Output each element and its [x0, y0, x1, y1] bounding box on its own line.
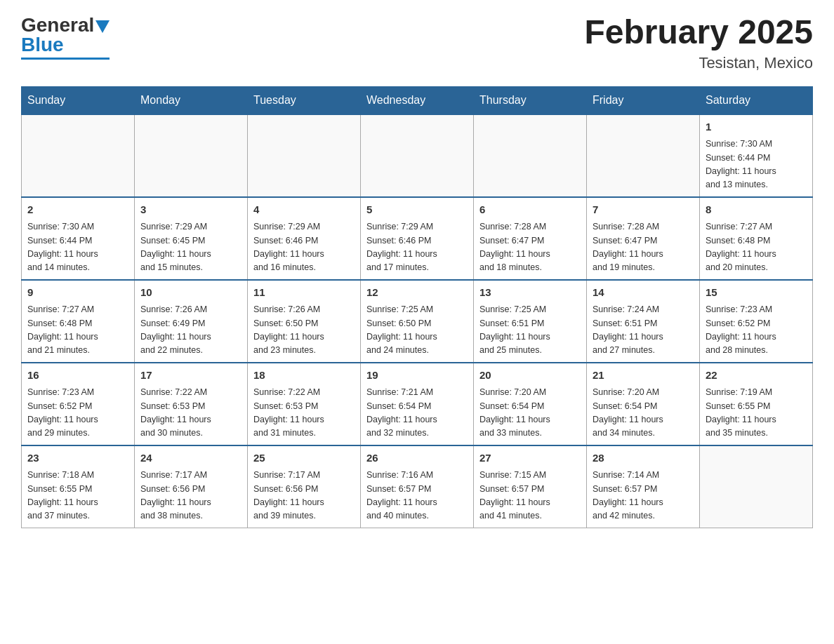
calendar-cell: 19Sunrise: 7:21 AM Sunset: 6:54 PM Dayli… — [361, 363, 474, 445]
calendar-cell: 14Sunrise: 7:24 AM Sunset: 6:51 PM Dayli… — [587, 280, 700, 363]
calendar-cell: 4Sunrise: 7:29 AM Sunset: 6:46 PM Daylig… — [248, 197, 361, 280]
day-number: 3 — [140, 202, 241, 218]
calendar-cell: 21Sunrise: 7:20 AM Sunset: 6:54 PM Dayli… — [587, 363, 700, 445]
calendar-cell — [361, 114, 474, 197]
calendar-header-wednesday: Wednesday — [361, 86, 474, 114]
calendar-cell: 24Sunrise: 7:17 AM Sunset: 6:56 PM Dayli… — [135, 445, 248, 528]
calendar-cell — [700, 445, 813, 528]
day-number: 26 — [366, 450, 468, 467]
day-number: 1 — [706, 119, 807, 135]
day-number: 17 — [140, 368, 241, 384]
calendar-cell: 9Sunrise: 7:27 AM Sunset: 6:48 PM Daylig… — [22, 280, 135, 363]
calendar-cell: 25Sunrise: 7:17 AM Sunset: 6:56 PM Dayli… — [248, 445, 361, 528]
day-number: 14 — [593, 285, 694, 301]
day-number: 12 — [366, 285, 468, 301]
calendar-header-sunday: Sunday — [22, 86, 135, 114]
calendar-header-monday: Monday — [135, 86, 248, 114]
day-number: 22 — [706, 368, 807, 384]
calendar-cell: 17Sunrise: 7:22 AM Sunset: 6:53 PM Dayli… — [135, 363, 248, 445]
day-number: 8 — [706, 202, 807, 218]
day-number: 15 — [706, 285, 807, 301]
calendar-cell: 28Sunrise: 7:14 AM Sunset: 6:57 PM Dayli… — [587, 445, 700, 528]
logo-underline — [21, 58, 110, 60]
day-number: 10 — [140, 285, 241, 301]
day-info: Sunrise: 7:27 AM Sunset: 6:48 PM Dayligh… — [706, 220, 807, 275]
title-section: February 2025 Tesistan, Mexico — [584, 14, 813, 72]
day-number: 13 — [479, 285, 581, 301]
day-info: Sunrise: 7:20 AM Sunset: 6:54 PM Dayligh… — [593, 386, 694, 441]
day-info: Sunrise: 7:30 AM Sunset: 6:44 PM Dayligh… — [27, 220, 128, 275]
day-info: Sunrise: 7:28 AM Sunset: 6:47 PM Dayligh… — [593, 220, 694, 275]
day-info: Sunrise: 7:22 AM Sunset: 6:53 PM Dayligh… — [140, 386, 241, 441]
day-number: 21 — [593, 368, 694, 384]
calendar-cell: 23Sunrise: 7:18 AM Sunset: 6:55 PM Dayli… — [22, 445, 135, 528]
day-info: Sunrise: 7:26 AM Sunset: 6:50 PM Dayligh… — [253, 303, 355, 358]
calendar-header-friday: Friday — [587, 86, 700, 114]
calendar-cell — [135, 114, 248, 197]
day-info: Sunrise: 7:20 AM Sunset: 6:54 PM Dayligh… — [479, 386, 581, 441]
day-info: Sunrise: 7:15 AM Sunset: 6:57 PM Dayligh… — [479, 469, 581, 523]
calendar-week-row: 16Sunrise: 7:23 AM Sunset: 6:52 PM Dayli… — [22, 363, 813, 445]
calendar-cell: 5Sunrise: 7:29 AM Sunset: 6:46 PM Daylig… — [361, 197, 474, 280]
month-title: February 2025 — [584, 14, 813, 51]
calendar-cell: 15Sunrise: 7:23 AM Sunset: 6:52 PM Dayli… — [700, 280, 813, 363]
day-number: 18 — [253, 368, 355, 384]
calendar-cell: 8Sunrise: 7:27 AM Sunset: 6:48 PM Daylig… — [700, 197, 813, 280]
day-number: 2 — [27, 202, 128, 218]
day-number: 11 — [253, 285, 355, 301]
day-info: Sunrise: 7:17 AM Sunset: 6:56 PM Dayligh… — [140, 469, 241, 523]
day-number: 6 — [479, 202, 581, 218]
calendar-cell: 6Sunrise: 7:28 AM Sunset: 6:47 PM Daylig… — [474, 197, 587, 280]
page-header: General Blue February 2025 Tesistan, Mex… — [21, 14, 813, 72]
day-number: 28 — [593, 450, 694, 467]
calendar-header-saturday: Saturday — [700, 86, 813, 114]
calendar-cell: 11Sunrise: 7:26 AM Sunset: 6:50 PM Dayli… — [248, 280, 361, 363]
logo: General Blue — [21, 14, 110, 60]
day-info: Sunrise: 7:26 AM Sunset: 6:49 PM Dayligh… — [140, 303, 241, 358]
calendar-week-row: 23Sunrise: 7:18 AM Sunset: 6:55 PM Dayli… — [22, 445, 813, 528]
day-info: Sunrise: 7:23 AM Sunset: 6:52 PM Dayligh… — [27, 386, 128, 441]
day-info: Sunrise: 7:30 AM Sunset: 6:44 PM Dayligh… — [706, 137, 807, 192]
calendar-cell: 20Sunrise: 7:20 AM Sunset: 6:54 PM Dayli… — [474, 363, 587, 445]
calendar-cell: 7Sunrise: 7:28 AM Sunset: 6:47 PM Daylig… — [587, 197, 700, 280]
day-info: Sunrise: 7:18 AM Sunset: 6:55 PM Dayligh… — [27, 469, 128, 523]
day-number: 4 — [253, 202, 355, 218]
day-number: 16 — [27, 368, 128, 384]
day-number: 19 — [366, 368, 468, 384]
calendar-cell: 12Sunrise: 7:25 AM Sunset: 6:50 PM Dayli… — [361, 280, 474, 363]
calendar-cell: 26Sunrise: 7:16 AM Sunset: 6:57 PM Dayli… — [361, 445, 474, 528]
calendar-cell — [587, 114, 700, 197]
day-number: 9 — [27, 285, 128, 301]
day-number: 24 — [140, 450, 241, 467]
logo-triangle-icon — [95, 20, 110, 33]
day-info: Sunrise: 7:16 AM Sunset: 6:57 PM Dayligh… — [366, 469, 468, 523]
calendar-cell: 1Sunrise: 7:30 AM Sunset: 6:44 PM Daylig… — [700, 114, 813, 197]
calendar-week-row: 9Sunrise: 7:27 AM Sunset: 6:48 PM Daylig… — [22, 280, 813, 363]
calendar-cell — [22, 114, 135, 197]
calendar-week-row: 1Sunrise: 7:30 AM Sunset: 6:44 PM Daylig… — [22, 114, 813, 197]
day-info: Sunrise: 7:28 AM Sunset: 6:47 PM Dayligh… — [479, 220, 581, 275]
day-number: 27 — [479, 450, 581, 467]
calendar-table: SundayMondayTuesdayWednesdayThursdayFrid… — [21, 86, 813, 528]
day-info: Sunrise: 7:24 AM Sunset: 6:51 PM Dayligh… — [593, 303, 694, 358]
calendar-cell: 3Sunrise: 7:29 AM Sunset: 6:45 PM Daylig… — [135, 197, 248, 280]
day-info: Sunrise: 7:27 AM Sunset: 6:48 PM Dayligh… — [27, 303, 128, 358]
calendar-week-row: 2Sunrise: 7:30 AM Sunset: 6:44 PM Daylig… — [22, 197, 813, 280]
day-info: Sunrise: 7:14 AM Sunset: 6:57 PM Dayligh… — [593, 469, 694, 523]
day-info: Sunrise: 7:17 AM Sunset: 6:56 PM Dayligh… — [253, 469, 355, 523]
day-number: 5 — [366, 202, 468, 218]
calendar-cell — [474, 114, 587, 197]
calendar-cell: 27Sunrise: 7:15 AM Sunset: 6:57 PM Dayli… — [474, 445, 587, 528]
day-number: 20 — [479, 368, 581, 384]
calendar-cell: 18Sunrise: 7:22 AM Sunset: 6:53 PM Dayli… — [248, 363, 361, 445]
day-info: Sunrise: 7:29 AM Sunset: 6:46 PM Dayligh… — [366, 220, 468, 275]
day-info: Sunrise: 7:25 AM Sunset: 6:50 PM Dayligh… — [366, 303, 468, 358]
calendar-header-tuesday: Tuesday — [248, 86, 361, 114]
day-info: Sunrise: 7:29 AM Sunset: 6:45 PM Dayligh… — [140, 220, 241, 275]
day-info: Sunrise: 7:29 AM Sunset: 6:46 PM Dayligh… — [253, 220, 355, 275]
calendar-cell: 2Sunrise: 7:30 AM Sunset: 6:44 PM Daylig… — [22, 197, 135, 280]
day-info: Sunrise: 7:19 AM Sunset: 6:55 PM Dayligh… — [706, 386, 807, 441]
day-info: Sunrise: 7:22 AM Sunset: 6:53 PM Dayligh… — [253, 386, 355, 441]
calendar-cell: 16Sunrise: 7:23 AM Sunset: 6:52 PM Dayli… — [22, 363, 135, 445]
day-info: Sunrise: 7:23 AM Sunset: 6:52 PM Dayligh… — [706, 303, 807, 358]
